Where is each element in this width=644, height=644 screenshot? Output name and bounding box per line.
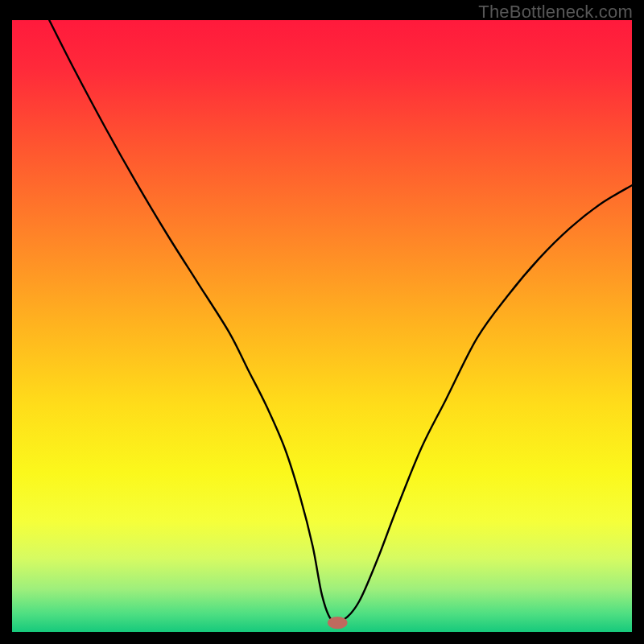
chart-frame: TheBottleneck.com (0, 0, 644, 644)
optimal-point-marker (328, 617, 348, 629)
plot-area (12, 20, 632, 632)
watermark-text: TheBottleneck.com (478, 2, 633, 23)
bottleneck-chart (12, 20, 632, 632)
chart-background (12, 20, 632, 632)
